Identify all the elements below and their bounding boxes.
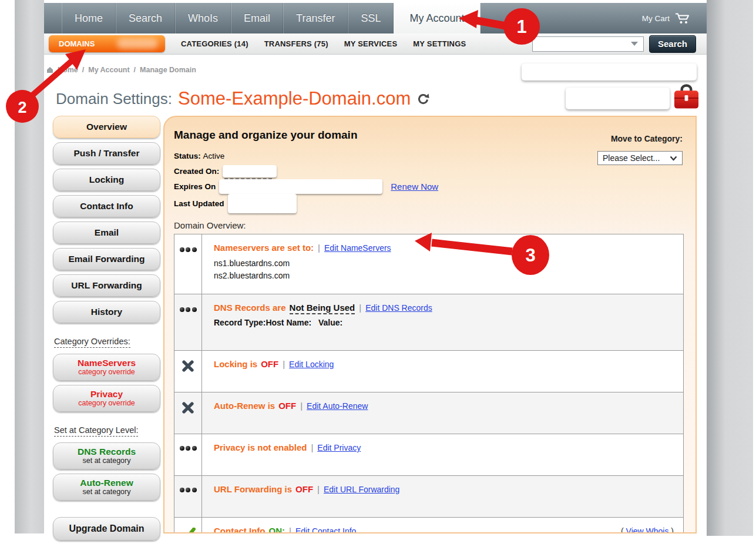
row-nameservers: Nameservers are set to: | Edit NameServe… xyxy=(174,234,683,294)
separator: | xyxy=(311,442,313,452)
tab-home[interactable]: Home xyxy=(62,3,116,33)
row-privacy: Privacy is not enabled | Edit Privacy xyxy=(174,434,683,476)
row-title: URL Forwarding is xyxy=(214,484,292,494)
set-at-category-label: Set at Category Level: xyxy=(54,425,138,437)
sidebar-item-url-forwarding[interactable]: URL Forwarding xyxy=(53,274,160,297)
row-title: Privacy is not enabled xyxy=(214,442,307,452)
row-locking: Locking is OFF | Edit Locking xyxy=(174,351,683,392)
subnav-item-domains[interactable]: DOMAINS xyxy=(49,35,165,52)
dots-icon xyxy=(180,488,197,517)
view-whois-link[interactable]: View Whois xyxy=(626,526,669,533)
tab-email[interactable]: Email xyxy=(231,3,283,33)
sidebar-item-email[interactable]: Email xyxy=(53,222,160,244)
row-title: Contact Info xyxy=(214,526,266,533)
row-contact-info: Contact Info ON: | Edit Contact Info ( V… xyxy=(174,518,683,533)
edit-contact-info-link[interactable]: Edit Contact Info xyxy=(295,526,357,533)
category-label: DNS Records xyxy=(78,447,136,457)
move-to-category: Move to Category: Please Select... xyxy=(597,134,683,165)
breadcrumb-separator: / xyxy=(134,66,136,74)
sidebar-item-nameservers-override[interactable]: NameServers category override xyxy=(53,354,160,381)
my-cart-label: My Cart xyxy=(642,14,670,23)
category-select[interactable]: Please Select... xyxy=(597,151,683,165)
subnav-item-my-settings[interactable]: MY SETTINGS xyxy=(413,39,466,48)
tab-transfer[interactable]: Transfer xyxy=(283,3,348,33)
separator: | xyxy=(318,243,320,253)
edit-auto-renew-link[interactable]: Edit Auto-Renew xyxy=(307,401,368,411)
sidebar-item-privacy-override[interactable]: Privacy category override xyxy=(53,385,160,412)
sub-nav: DOMAINS CATEGORIES (14) TRANSFERS (75) M… xyxy=(44,33,707,55)
row-title: DNS Records are xyxy=(214,303,286,313)
page-title: Domain Settings: Some-Example-Domain.com xyxy=(56,88,430,109)
row-dns-records: DNS Records are Not Being Used | Edit DN… xyxy=(174,294,683,351)
tab-my-account[interactable]: My Account xyxy=(394,3,480,33)
page: Home Search WhoIs Email Transfer SSL My … xyxy=(44,0,707,533)
sidebar-item-email-forwarding[interactable]: Email Forwarding xyxy=(53,248,160,270)
home-icon xyxy=(46,66,53,73)
x-icon xyxy=(182,360,194,373)
edit-dns-records-link[interactable]: Edit DNS Records xyxy=(365,303,432,313)
sidebar-item-push-transfer[interactable]: Push / Transfer xyxy=(53,142,160,165)
dots-icon xyxy=(180,307,197,350)
domain-search-combobox[interactable] xyxy=(532,36,644,52)
url-forwarding-status: OFF xyxy=(295,484,313,494)
row-title: Locking is xyxy=(214,359,257,369)
top-nav: Home Search WhoIs Email Transfer SSL My … xyxy=(44,3,707,33)
redacted-box xyxy=(566,88,670,109)
row-url-forwarding: URL Forwarding is OFF | Edit URL Forward… xyxy=(174,476,683,518)
breadcrumb: Home / My Account / Manage Domain xyxy=(46,66,196,74)
refresh-icon[interactable] xyxy=(416,92,430,106)
domain-name: Some-Example-Domain.com xyxy=(178,88,411,109)
locking-status: OFF xyxy=(261,359,278,369)
created-on-label: Created On: xyxy=(174,167,219,176)
row-title: Nameservers are set to: xyxy=(214,243,314,253)
dots-icon xyxy=(180,446,197,475)
breadcrumb-home[interactable]: Home xyxy=(58,66,78,74)
sidebar-item-auto-renew-category[interactable]: Auto-Renew set at category xyxy=(53,474,160,501)
override-label: NameServers xyxy=(78,358,136,368)
redacted-smear xyxy=(117,38,158,49)
override-label: Privacy xyxy=(90,390,123,399)
category-sublabel: set at category xyxy=(83,488,131,496)
sidebar: Overview Push / Transfer Locking Contact… xyxy=(53,116,160,545)
search-button[interactable]: Search xyxy=(649,35,696,53)
tab-search[interactable]: Search xyxy=(116,3,175,33)
edit-privacy-link[interactable]: Edit Privacy xyxy=(317,443,361,452)
sidebar-item-locking[interactable]: Locking xyxy=(53,169,160,191)
dots-icon xyxy=(180,247,197,294)
sidebar-item-upgrade-domain[interactable]: Upgrade Domain xyxy=(53,517,160,541)
row-auto-renew: Auto-Renew is OFF | Edit Auto-Renew xyxy=(174,392,683,434)
breadcrumb-my-account[interactable]: My Account xyxy=(88,66,129,74)
edit-locking-link[interactable]: Edit Locking xyxy=(289,360,334,369)
sidebar-item-overview[interactable]: Overview xyxy=(53,116,160,138)
renew-now-link[interactable]: Renew Now xyxy=(391,182,438,192)
edit-nameservers-link[interactable]: Edit NameServers xyxy=(324,243,391,253)
redacted-box xyxy=(522,63,697,80)
chevron-down-icon xyxy=(631,42,638,46)
subnav-item-my-services[interactable]: MY SERVICES xyxy=(344,39,398,48)
status-label: Status: xyxy=(174,152,201,160)
breadcrumb-manage-domain[interactable]: Manage Domain xyxy=(140,66,196,74)
tab-ssl[interactable]: SSL xyxy=(348,3,394,33)
separator: | xyxy=(289,526,291,533)
override-sublabel: category override xyxy=(78,400,135,407)
subnav-item-transfers[interactable]: TRANSFERS (75) xyxy=(264,39,328,48)
override-sublabel: category override xyxy=(78,368,135,376)
separator: | xyxy=(359,303,361,313)
tab-whois[interactable]: WhoIs xyxy=(175,3,231,33)
my-cart-button[interactable]: My Cart xyxy=(642,3,690,33)
paren: ) xyxy=(671,526,674,533)
contact-info-status: ON: xyxy=(269,526,285,533)
sidebar-item-contact-info[interactable]: Contact Info xyxy=(53,195,160,217)
sidebar-item-dns-records-category[interactable]: DNS Records set at category xyxy=(53,442,160,469)
page-margin-right xyxy=(707,0,753,536)
edit-url-forwarding-link[interactable]: Edit URL Forwarding xyxy=(324,485,399,494)
title-prefix: Domain Settings: xyxy=(56,90,172,108)
sidebar-item-history[interactable]: History xyxy=(53,301,160,323)
row-title: Auto-Renew is xyxy=(214,401,275,411)
redacted-value xyxy=(228,194,297,213)
toolbox-icon[interactable] xyxy=(673,83,700,115)
domain-overview-table: Nameservers are set to: | Edit NameServe… xyxy=(174,234,684,533)
subnav-item-categories[interactable]: CATEGORIES (14) xyxy=(181,39,248,48)
redacted-value xyxy=(219,179,382,194)
dns-status: Not Being Used xyxy=(290,303,355,314)
